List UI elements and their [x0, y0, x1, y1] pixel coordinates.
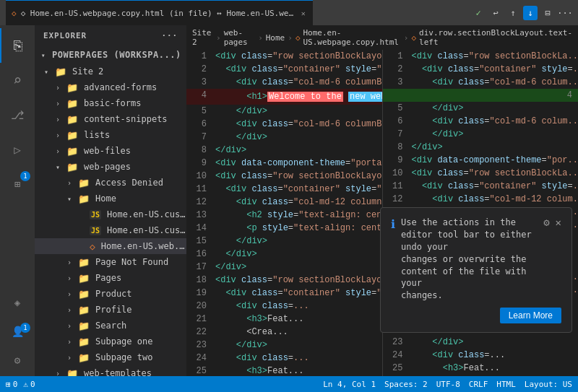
folder-icon: 📁 — [66, 368, 78, 377]
tree-item-access-denied[interactable]: › 📁 Access Denied — [35, 175, 186, 191]
wf-label: web-files — [84, 146, 131, 156]
up-button[interactable]: ↑ — [506, 6, 520, 20]
tree-item-home-js2[interactable]: › JS Home.en-US.cust... — [35, 222, 186, 238]
ad-arrow: › — [64, 179, 75, 187]
code-line: 9 <div data-component-theme="por... — [383, 154, 579, 167]
tree-item-content-snippets[interactable]: › 📁 content-snippets — [35, 111, 186, 127]
folder-icon: 📁 — [78, 193, 90, 204]
activity-extensions[interactable]: ⊞ 1 — [0, 167, 35, 201]
tree-item-profile[interactable]: › 📁 Profile — [35, 302, 186, 318]
code-line: 10 <div class="row sectionBlockLa... — [383, 167, 579, 180]
bc-home[interactable]: Home — [266, 33, 285, 43]
error-count: 0 — [30, 380, 35, 389]
down-button[interactable]: ↓ — [523, 6, 538, 20]
status-bar-left: ⊞ 0 ⚠ 0 — [6, 380, 35, 389]
status-position[interactable]: Ln 4, Col 1 — [323, 380, 376, 389]
tree-item-home-html[interactable]: › ◇ Home.en-US.web... — [35, 238, 186, 254]
remote-label: 0 — [13, 380, 18, 389]
tree-item-page-not-found[interactable]: › 📁 Page Not Found — [35, 254, 186, 270]
status-layout[interactable]: Layout: US — [525, 380, 572, 389]
bc-web-pages[interactable]: web-pages — [224, 28, 256, 47]
notification-text: Use the actions in the editor tool bar t… — [401, 217, 538, 302]
tree-item-advanced-forms[interactable]: › 📁 advanced-forms — [35, 79, 186, 95]
bc-element[interactable]: div.row.sectionBlockLayout.text-left — [419, 28, 572, 47]
activity-settings[interactable]: ⚙ — [0, 347, 35, 373]
activity-account[interactable]: 👤 1 — [0, 318, 35, 344]
tree-item-pages[interactable]: › 📁 Pages — [35, 270, 186, 286]
notification-gear-icon[interactable]: ⚙ — [543, 217, 549, 228]
status-errors[interactable]: ⚠ 0 — [23, 380, 35, 389]
code-line: 23 </div> — [383, 336, 579, 349]
status-remote[interactable]: ⊞ 0 — [6, 380, 17, 389]
tab-close-icon[interactable]: ✕ — [300, 8, 307, 19]
learn-more-button[interactable]: Learn More — [500, 308, 561, 323]
tree-item-lists[interactable]: › 📁 lists — [35, 127, 186, 143]
code-line: 4 <h1>Welcome to the websi... — [383, 89, 579, 102]
status-eol[interactable]: CRLF — [469, 380, 488, 389]
folder-icon: 📁 — [66, 162, 78, 173]
lists-label: lists — [84, 130, 110, 140]
js-file-icon2: JS — [90, 226, 101, 235]
tab-editor[interactable]: ◇ ◇ Home.en-US.webpage.copy.html (in fil… — [6, 0, 313, 25]
undo-button[interactable]: ↩ — [488, 6, 503, 20]
new-file-icon[interactable]: ··· — [161, 31, 178, 40]
notification-close-button[interactable]: ✕ — [556, 217, 561, 228]
code-line: 6 <div class="col-md-6 colum... — [383, 115, 579, 128]
activity-debug[interactable]: ▷ — [0, 132, 35, 167]
hjs1-label: Home.en-US.cust... — [107, 209, 186, 219]
accept-button[interactable]: ✓ — [471, 6, 486, 20]
activity-powerpages[interactable]: ◈ — [0, 289, 35, 315]
tree-item-product[interactable]: › 📁 Product — [35, 286, 186, 302]
split-editor-button[interactable]: ⊟ — [540, 6, 555, 20]
status-language[interactable]: HTML — [496, 380, 516, 389]
powerpages-icon: ◈ — [14, 297, 20, 308]
more-actions-button[interactable]: ··· — [558, 6, 572, 20]
left-editor-content[interactable]: 1 <div class="row sectionBlockLayou... 2… — [186, 50, 382, 376]
tree-item-site2[interactable]: ▾ 📁 Site 2 — [35, 64, 186, 79]
folder-icon: 📁 — [78, 178, 90, 188]
workspace-header[interactable]: ▾ POWERPAGES (WORKSPA...) — [35, 46, 186, 64]
folder-icon: 📁 — [66, 114, 78, 125]
activity-explorer[interactable]: ⎘ — [0, 28, 35, 63]
lists-arrow: › — [52, 131, 64, 139]
workspace-arrow: ▾ — [38, 51, 49, 59]
sub1-arrow: › — [64, 338, 75, 346]
eol-label: CRLF — [469, 380, 488, 389]
wt-label: web-templates — [84, 368, 152, 376]
tree-item-home-js1[interactable]: › JS Home.en-US.cust... — [35, 206, 186, 222]
left-editor[interactable]: 1 <div class="row sectionBlockLayou... 2… — [186, 50, 382, 376]
activity-search[interactable]: ⌕ — [0, 63, 35, 97]
tree-item-subpage-one[interactable]: › 📁 Subpage one — [35, 334, 186, 349]
tree-item-web-pages[interactable]: ▾ 📁 web-pages — [35, 159, 186, 175]
status-encoding[interactable]: UTF-8 — [436, 380, 460, 389]
tree-item-subpage-two[interactable]: › 📁 Subpage two — [35, 349, 186, 365]
tree-item-web-files[interactable]: › 📁 web-files — [35, 143, 186, 159]
code-line: 18 <div class="row sectionBlockLayou... — [186, 274, 382, 287]
editor-toolbar-actions: ✓ ↩ ↑ ↓ ⊟ ··· — [471, 6, 572, 20]
status-spaces[interactable]: Spaces: 2 — [384, 380, 428, 389]
pnf-label: Page Not Found — [95, 257, 168, 267]
pnf-arrow: › — [64, 258, 75, 266]
sidebar-header-actions: ··· — [161, 31, 178, 40]
cs-arrow: › — [52, 116, 64, 123]
tree-item-search[interactable]: › 📁 Search — [35, 318, 186, 334]
code-line: 25 <h3>Feat... — [383, 362, 579, 375]
product-arrow: › — [64, 290, 75, 298]
tab-group: ◇ ◇ Home.en-US.webpage.copy.html (in fil… — [6, 0, 468, 25]
hhtml-label: Home.en-US.web... — [101, 241, 186, 251]
code-line: 6 <div class="col-md-6 columnBl... — [186, 118, 382, 131]
bc-site2[interactable]: Site 2 — [192, 28, 213, 47]
search-icon: ⌕ — [13, 71, 22, 89]
tree-item-home[interactable]: ▾ 📁 Home — [35, 191, 186, 206]
activity-scm[interactable]: ⎇ — [0, 97, 35, 132]
notification-footer: Learn More — [391, 308, 561, 323]
code-line: 14 <p style="text-align: center... — [186, 222, 382, 235]
code-line: 23 </div> — [186, 339, 382, 352]
tree-item-basic-forms[interactable]: › 📁 basic-forms — [35, 95, 186, 111]
code-line: 10 <div class="row sectionBlockLayout... — [186, 170, 382, 183]
tab-label: ◇ Home.en-US.webpage.copy.html (in file)… — [21, 9, 296, 18]
wt-arrow: › — [52, 370, 64, 377]
bc-filename[interactable]: Home.en-US.webpage.copy.html — [303, 28, 401, 47]
tree-item-web-templates[interactable]: › 📁 web-templates — [35, 365, 186, 376]
code-line: 2 <div class="container" style="p... — [186, 63, 382, 76]
